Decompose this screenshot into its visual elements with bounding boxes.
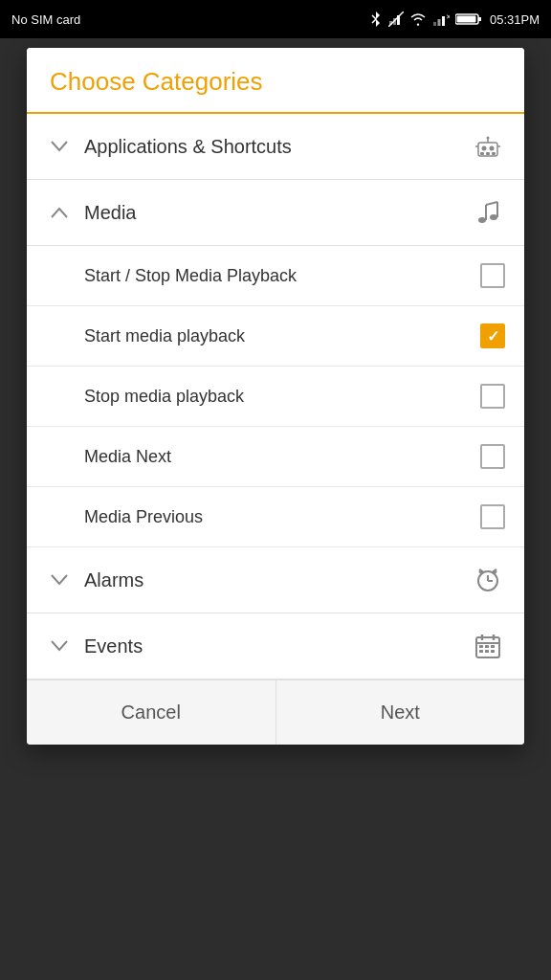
alarm-icon bbox=[471, 563, 505, 597]
calendar-icon bbox=[471, 629, 505, 663]
checkbox-start[interactable] bbox=[480, 323, 505, 348]
sub-item-stop[interactable]: Stop media playback bbox=[27, 367, 524, 427]
sub-item-media-previous[interactable]: Media Previous bbox=[27, 487, 524, 547]
svg-point-12 bbox=[482, 146, 487, 151]
svg-rect-6 bbox=[442, 16, 445, 26]
checkbox-media-previous[interactable] bbox=[480, 504, 505, 529]
svg-rect-5 bbox=[437, 19, 440, 26]
sub-item-start-stop-label: Start / Stop Media Playback bbox=[84, 266, 480, 286]
music-icon bbox=[471, 195, 505, 230]
svg-rect-16 bbox=[492, 152, 496, 155]
wifi-icon bbox=[409, 12, 427, 26]
bluetooth-icon bbox=[369, 11, 383, 28]
signal-icon bbox=[388, 11, 404, 27]
choose-categories-dialog: Choose Categories Applications & Shortcu… bbox=[27, 48, 524, 745]
sub-item-start[interactable]: Start media playback bbox=[27, 306, 524, 367]
dialog-title: Choose Categories bbox=[50, 67, 263, 96]
svg-line-25 bbox=[486, 202, 497, 205]
svg-point-22 bbox=[490, 214, 497, 220]
svg-rect-9 bbox=[478, 17, 481, 21]
category-row-events[interactable]: Events bbox=[27, 613, 524, 679]
carrier-text: No SIM card bbox=[11, 12, 80, 27]
chevron-up-icon bbox=[46, 199, 73, 226]
category-apps-label: Applications & Shortcuts bbox=[84, 136, 471, 158]
chevron-down-icon bbox=[46, 133, 73, 160]
sub-item-start-label: Start media playback bbox=[84, 326, 480, 346]
category-alarms-label: Alarms bbox=[84, 569, 471, 591]
chevron-down-events-icon bbox=[46, 633, 73, 659]
category-row-alarms[interactable]: Alarms bbox=[27, 547, 524, 613]
sub-item-media-previous-label: Media Previous bbox=[84, 507, 480, 527]
status-icons: ✕ 05:31PM bbox=[369, 11, 540, 28]
battery-icon bbox=[455, 12, 482, 26]
sub-item-media-next[interactable]: Media Next bbox=[27, 427, 524, 487]
svg-rect-10 bbox=[456, 16, 475, 23]
category-row-apps[interactable]: Applications & Shortcuts bbox=[27, 114, 524, 180]
svg-rect-42 bbox=[491, 650, 495, 653]
category-row-media[interactable]: Media bbox=[27, 180, 524, 246]
svg-rect-41 bbox=[485, 650, 489, 653]
sub-item-start-stop[interactable]: Start / Stop Media Playback bbox=[27, 246, 524, 306]
cell-icon: ✕ bbox=[432, 11, 450, 27]
status-bar: No SIM card ✕ bbox=[0, 0, 551, 38]
svg-rect-14 bbox=[480, 152, 484, 155]
time-text: 05:31PM bbox=[490, 12, 540, 27]
category-media-label: Media bbox=[84, 202, 471, 224]
dialog-footer: Cancel Next bbox=[27, 679, 524, 745]
svg-text:✕: ✕ bbox=[446, 13, 450, 20]
svg-rect-39 bbox=[491, 645, 495, 648]
svg-point-13 bbox=[490, 146, 495, 151]
chevron-down-alarms-icon bbox=[46, 567, 73, 593]
cancel-button[interactable]: Cancel bbox=[27, 680, 276, 745]
svg-rect-4 bbox=[433, 22, 436, 26]
robot-icon bbox=[471, 129, 505, 164]
checkbox-media-next[interactable] bbox=[480, 444, 505, 469]
checkbox-stop[interactable] bbox=[480, 384, 505, 409]
checkbox-start-stop[interactable] bbox=[480, 263, 505, 288]
category-list: Applications & Shortcuts bbox=[27, 114, 524, 679]
svg-rect-38 bbox=[485, 645, 489, 648]
next-button[interactable]: Next bbox=[276, 680, 525, 745]
svg-point-21 bbox=[478, 217, 486, 223]
svg-rect-40 bbox=[479, 650, 483, 653]
sub-item-media-next-label: Media Next bbox=[84, 447, 480, 467]
svg-rect-37 bbox=[479, 645, 483, 648]
category-events-label: Events bbox=[84, 635, 471, 657]
svg-rect-15 bbox=[486, 152, 490, 155]
sub-item-stop-label: Stop media playback bbox=[84, 387, 480, 407]
svg-point-18 bbox=[487, 137, 490, 140]
dialog-header: Choose Categories bbox=[27, 48, 524, 114]
